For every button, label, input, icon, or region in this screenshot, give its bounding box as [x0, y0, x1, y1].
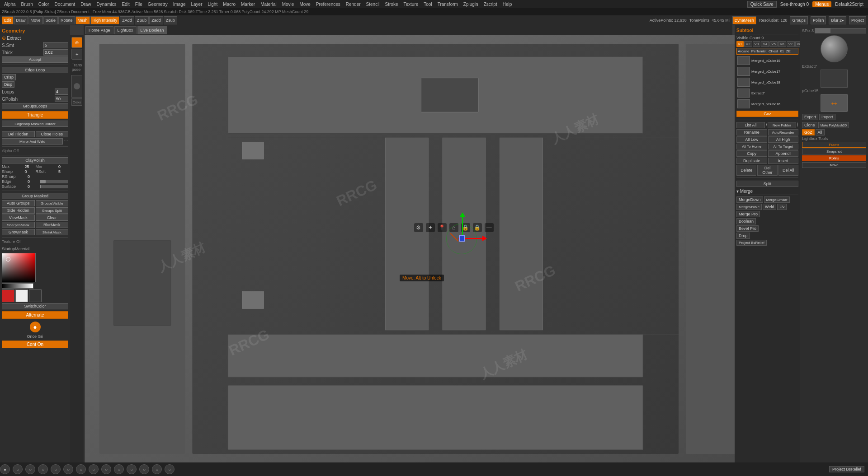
side-hidden-button[interactable]: Side Hidden — [2, 207, 35, 214]
gizmo-dial-2[interactable]: Oaks — [71, 98, 82, 106]
spix-slider[interactable] — [815, 28, 866, 33]
dash-icon[interactable]: — — [485, 223, 494, 232]
grow-mask-button[interactable]: GrowMask — [2, 229, 35, 235]
menu-document[interactable]: Document — [52, 1, 78, 7]
v4-button[interactable]: V4 — [761, 41, 769, 47]
weld-button[interactable]: Weld — [763, 204, 776, 210]
polish-button[interactable]: Polish — [811, 16, 826, 24]
dynatopo-button[interactable]: DynaMesh — [732, 16, 756, 24]
rotate-button[interactable]: Rotate — [58, 16, 75, 24]
export-button[interactable]: Export — [802, 114, 818, 120]
subtool-item-3[interactable]: Extract7 — [736, 88, 798, 98]
bottom-icon-13[interactable]: ○ — [165, 464, 175, 474]
menu-layer[interactable]: Layer — [189, 1, 205, 7]
insert-button[interactable]: Insert — [768, 158, 799, 164]
menus-button[interactable]: Menus — [812, 1, 831, 7]
edgeloop-masked-button[interactable]: Edgeloop Masked Border — [2, 121, 68, 127]
triangle-button[interactable]: Triangle — [2, 111, 68, 119]
subtool-item-0[interactable]: Merged_pCube19 — [736, 56, 798, 65]
v2-button[interactable]: V2 — [744, 41, 752, 47]
menu-movie[interactable]: Movie — [280, 1, 297, 7]
quick-save-button[interactable]: Quick Save — [747, 1, 777, 8]
del-hidden-button[interactable]: Del Hidden — [2, 131, 35, 137]
thick-input[interactable] — [43, 49, 68, 56]
lightbox-button[interactable]: LightBox — [114, 26, 137, 34]
menu-macro[interactable]: Macro — [221, 1, 238, 7]
merge-visible-button[interactable]: MergeVisible — [736, 204, 762, 210]
surface-slider[interactable] — [40, 185, 68, 188]
del-other-button[interactable]: Del Other — [757, 165, 777, 176]
list-all-button[interactable]: List All — [736, 122, 765, 128]
split-button[interactable]: Split — [736, 181, 798, 187]
geometry-title[interactable]: Geometry — [2, 27, 68, 34]
clear-button[interactable]: Clear — [36, 215, 69, 221]
loops-input[interactable] — [55, 89, 68, 95]
rollris-button[interactable]: Rollris — [802, 155, 866, 161]
menu-transform[interactable]: Transform — [435, 1, 460, 7]
menu-geometry[interactable]: Geometry — [146, 1, 170, 7]
close-holes-button[interactable]: Close Holes — [36, 131, 69, 137]
gpolish-input[interactable] — [55, 96, 68, 102]
viewport[interactable]: ⚙ ✦ 📍 ⌂ 🔒 🔒 — Move: A — [85, 35, 800, 462]
menu-draw[interactable]: Draw — [78, 1, 93, 7]
bottom-icon-9[interactable]: ○ — [114, 464, 124, 474]
material-thumb[interactable] — [821, 70, 848, 88]
zsub2-button[interactable]: Zsub — [164, 16, 177, 24]
rename-button[interactable]: Rename — [736, 129, 767, 135]
all-tool-button[interactable]: All — [816, 129, 825, 135]
subtool-item-4[interactable]: Merged_pCube16 — [736, 99, 798, 109]
menu-edit[interactable]: Edit — [119, 1, 132, 7]
v6-button[interactable]: V6 — [778, 41, 786, 47]
menu-stencil[interactable]: Stencil — [364, 1, 382, 7]
menu-render[interactable]: Render — [344, 1, 363, 7]
project-button[interactable]: Project — [849, 16, 866, 24]
accept-button[interactable]: Accept — [2, 56, 68, 63]
make-polymesh-button[interactable]: Make PolyMesh3D — [818, 122, 849, 128]
default2script-button[interactable]: Default2Script — [832, 1, 866, 7]
copy-button[interactable]: Copy — [736, 150, 767, 157]
bottom-icon-4[interactable]: ○ — [51, 464, 61, 474]
bevel-pro-button[interactable]: Bevel Pro — [736, 225, 759, 232]
move-button[interactable]: Move — [28, 16, 43, 24]
project-bsrelief-bottom-button[interactable]: Project BsRelief — [829, 466, 864, 472]
material-preview-sphere[interactable] — [821, 35, 848, 62]
v5-button[interactable]: V5 — [769, 41, 778, 47]
menu-tool[interactable]: Tool — [421, 1, 434, 7]
groups-split-button[interactable]: Groups Split — [36, 207, 69, 214]
bottom-icon-0[interactable]: ● — [0, 464, 10, 474]
edit-button[interactable]: Edit — [2, 16, 14, 24]
home-page-button[interactable]: Home Page — [85, 26, 113, 34]
bottom-icon-3[interactable]: ○ — [38, 464, 48, 474]
menu-stroke[interactable]: Stroke — [383, 1, 401, 7]
view-mask-button[interactable]: ViewMask — [2, 215, 35, 221]
menu-light[interactable]: Light — [206, 1, 220, 7]
move-button[interactable]: Move — [802, 162, 866, 168]
auto-groups-button[interactable]: Auto Groups — [2, 200, 35, 206]
drop-button[interactable]: Drop — [736, 233, 750, 239]
secondary-color[interactable] — [29, 289, 42, 302]
v3-button[interactable]: V3 — [753, 41, 761, 47]
shrink-mask-button[interactable]: ShrinkMask — [36, 229, 69, 235]
menu-image[interactable]: Image — [171, 1, 188, 7]
menu-texture[interactable]: Texture — [401, 1, 421, 7]
mesh-button[interactable]: Mesh — [75, 16, 90, 24]
clay-polish-button[interactable]: ClayPolish — [2, 157, 68, 163]
switch-color-button[interactable]: SwitchColor — [2, 303, 68, 309]
groups-loops-button[interactable]: GroupsLoops — [2, 103, 68, 109]
import-button[interactable]: Import — [819, 114, 835, 120]
mirror-weld-button[interactable]: Mirror And Weld — [2, 138, 63, 145]
blur-mask-button[interactable]: BlurMask — [36, 222, 69, 228]
uv-button[interactable]: Uv — [777, 204, 787, 210]
frame-button[interactable]: Frame — [802, 142, 866, 148]
auto-recorder-button[interactable]: AutoRecorder — [768, 129, 799, 135]
gizmo-dial[interactable] — [71, 75, 82, 98]
bottom-icon-7[interactable]: ○ — [89, 464, 99, 474]
bottom-icon-2[interactable]: ○ — [25, 464, 35, 474]
color-gradient[interactable] — [2, 283, 33, 289]
all-to-home-button[interactable]: All To Home — [736, 144, 767, 149]
draw-button[interactable]: Draw — [14, 16, 28, 24]
menu-brush[interactable]: Brush — [19, 1, 35, 7]
crisp-button[interactable]: Crisp — [2, 74, 16, 80]
background-color[interactable] — [15, 289, 28, 302]
material-sphere[interactable]: ● — [30, 322, 41, 332]
